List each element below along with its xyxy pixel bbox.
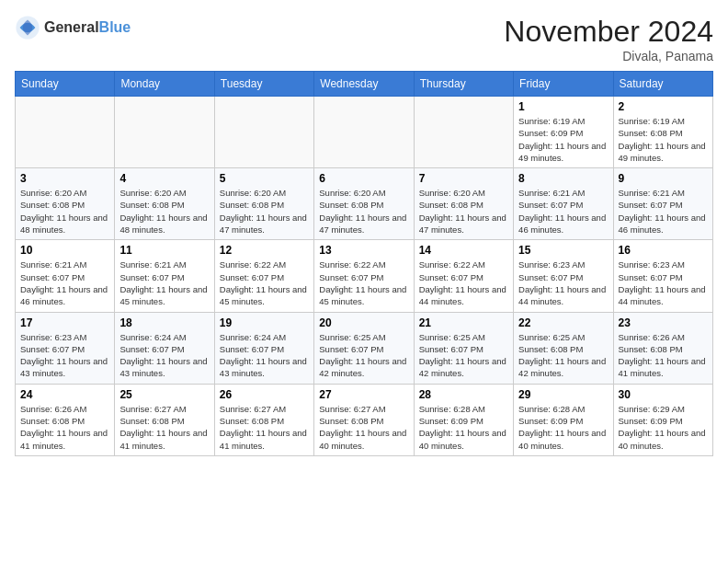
day-number: 18 [119, 316, 209, 329]
day-info: Sunrise: 6:23 AMSunset: 6:07 PMDaylight:… [20, 331, 109, 380]
table-row: 26Sunrise: 6:27 AMSunset: 6:08 PMDayligh… [214, 384, 313, 455]
calendar-header-row: Sunday Monday Tuesday Wednesday Thursday… [16, 72, 713, 97]
table-row [115, 97, 214, 168]
day-number: 2 [619, 100, 708, 113]
day-number: 17 [20, 316, 109, 329]
col-friday: Friday [514, 72, 613, 97]
logo-general: General [44, 19, 99, 35]
table-row [16, 97, 115, 168]
calendar-week-row: 17Sunrise: 6:23 AMSunset: 6:07 PMDayligh… [16, 312, 713, 384]
col-thursday: Thursday [414, 72, 513, 97]
day-number: 19 [220, 316, 309, 329]
day-info: Sunrise: 6:25 AMSunset: 6:08 PMDaylight:… [518, 331, 608, 380]
day-number: 24 [20, 388, 109, 401]
day-info: Sunrise: 6:26 AMSunset: 6:08 PMDaylight:… [619, 331, 708, 380]
day-info: Sunrise: 6:27 AMSunset: 6:08 PMDaylight:… [220, 403, 309, 452]
day-info: Sunrise: 6:28 AMSunset: 6:09 PMDaylight:… [419, 403, 508, 452]
table-row: 7Sunrise: 6:20 AMSunset: 6:08 PMDaylight… [414, 168, 513, 240]
table-row: 4Sunrise: 6:20 AMSunset: 6:08 PMDaylight… [115, 168, 214, 240]
day-number: 12 [220, 244, 309, 257]
day-info: Sunrise: 6:28 AMSunset: 6:09 PMDaylight:… [518, 403, 608, 452]
table-row: 24Sunrise: 6:26 AMSunset: 6:08 PMDayligh… [16, 384, 115, 455]
table-row: 13Sunrise: 6:22 AMSunset: 6:07 PMDayligh… [314, 240, 414, 312]
table-row: 29Sunrise: 6:28 AMSunset: 6:09 PMDayligh… [514, 384, 613, 455]
logo: GeneralBlue [15, 15, 131, 40]
day-number: 30 [619, 388, 708, 401]
day-info: Sunrise: 6:19 AMSunset: 6:09 PMDaylight:… [518, 115, 608, 164]
table-row: 9Sunrise: 6:21 AMSunset: 6:07 PMDaylight… [613, 168, 712, 240]
table-row: 6Sunrise: 6:20 AMSunset: 6:08 PMDaylight… [314, 168, 414, 240]
day-number: 11 [119, 244, 209, 257]
table-row [214, 97, 313, 168]
col-wednesday: Wednesday [314, 72, 414, 97]
table-row: 25Sunrise: 6:27 AMSunset: 6:08 PMDayligh… [115, 384, 214, 455]
day-number: 16 [619, 244, 708, 257]
table-row: 18Sunrise: 6:24 AMSunset: 6:07 PMDayligh… [115, 312, 214, 384]
col-sunday: Sunday [16, 72, 115, 97]
table-row: 23Sunrise: 6:26 AMSunset: 6:08 PMDayligh… [613, 312, 712, 384]
day-info: Sunrise: 6:20 AMSunset: 6:08 PMDaylight:… [20, 187, 109, 236]
day-number: 13 [319, 244, 408, 257]
table-row: 17Sunrise: 6:23 AMSunset: 6:07 PMDayligh… [16, 312, 115, 384]
day-number: 20 [319, 316, 408, 329]
logo-icon [15, 15, 40, 40]
day-info: Sunrise: 6:25 AMSunset: 6:07 PMDaylight:… [319, 331, 408, 380]
day-number: 22 [518, 316, 608, 329]
month-title: November 2024 [504, 15, 713, 49]
day-number: 23 [619, 316, 708, 329]
day-info: Sunrise: 6:22 AMSunset: 6:07 PMDaylight:… [220, 259, 309, 307]
table-row: 10Sunrise: 6:21 AMSunset: 6:07 PMDayligh… [16, 240, 115, 312]
day-info: Sunrise: 6:20 AMSunset: 6:08 PMDaylight:… [319, 187, 408, 236]
table-row: 28Sunrise: 6:28 AMSunset: 6:09 PMDayligh… [414, 384, 513, 455]
col-saturday: Saturday [613, 72, 712, 97]
day-number: 7 [419, 172, 508, 185]
day-info: Sunrise: 6:21 AMSunset: 6:07 PMDaylight:… [119, 259, 209, 307]
col-tuesday: Tuesday [214, 72, 313, 97]
day-info: Sunrise: 6:22 AMSunset: 6:07 PMDaylight:… [419, 259, 508, 307]
day-number: 27 [319, 388, 408, 401]
table-row: 15Sunrise: 6:23 AMSunset: 6:07 PMDayligh… [514, 240, 613, 312]
day-info: Sunrise: 6:20 AMSunset: 6:08 PMDaylight:… [419, 187, 508, 236]
location-label: Divala, Panama [504, 49, 713, 63]
day-info: Sunrise: 6:23 AMSunset: 6:07 PMDaylight:… [518, 259, 608, 307]
day-number: 4 [119, 172, 209, 185]
table-row: 21Sunrise: 6:25 AMSunset: 6:07 PMDayligh… [414, 312, 513, 384]
day-info: Sunrise: 6:27 AMSunset: 6:08 PMDaylight:… [119, 403, 209, 452]
day-number: 6 [319, 172, 408, 185]
calendar-table: Sunday Monday Tuesday Wednesday Thursday… [15, 71, 713, 456]
table-row: 14Sunrise: 6:22 AMSunset: 6:07 PMDayligh… [414, 240, 513, 312]
calendar-week-row: 3Sunrise: 6:20 AMSunset: 6:08 PMDaylight… [16, 168, 713, 240]
day-number: 10 [20, 244, 109, 257]
table-row: 3Sunrise: 6:20 AMSunset: 6:08 PMDaylight… [16, 168, 115, 240]
table-row [314, 97, 414, 168]
day-number: 9 [619, 172, 708, 185]
day-info: Sunrise: 6:19 AMSunset: 6:08 PMDaylight:… [619, 115, 708, 164]
table-row: 2Sunrise: 6:19 AMSunset: 6:08 PMDaylight… [613, 97, 712, 168]
table-row: 16Sunrise: 6:23 AMSunset: 6:07 PMDayligh… [613, 240, 712, 312]
table-row [414, 97, 513, 168]
day-info: Sunrise: 6:20 AMSunset: 6:08 PMDaylight:… [220, 187, 309, 236]
table-row: 5Sunrise: 6:20 AMSunset: 6:08 PMDaylight… [214, 168, 313, 240]
day-number: 29 [518, 388, 608, 401]
table-row: 11Sunrise: 6:21 AMSunset: 6:07 PMDayligh… [115, 240, 214, 312]
col-monday: Monday [115, 72, 214, 97]
day-info: Sunrise: 6:22 AMSunset: 6:07 PMDaylight:… [319, 259, 408, 307]
day-number: 28 [419, 388, 508, 401]
day-info: Sunrise: 6:21 AMSunset: 6:07 PMDaylight:… [619, 187, 708, 236]
day-info: Sunrise: 6:20 AMSunset: 6:08 PMDaylight:… [119, 187, 209, 236]
day-info: Sunrise: 6:24 AMSunset: 6:07 PMDaylight:… [220, 331, 309, 380]
table-row: 27Sunrise: 6:27 AMSunset: 6:08 PMDayligh… [314, 384, 414, 455]
calendar-week-row: 10Sunrise: 6:21 AMSunset: 6:07 PMDayligh… [16, 240, 713, 312]
day-number: 3 [20, 172, 109, 185]
day-number: 1 [518, 100, 608, 113]
table-row: 22Sunrise: 6:25 AMSunset: 6:08 PMDayligh… [514, 312, 613, 384]
table-row: 12Sunrise: 6:22 AMSunset: 6:07 PMDayligh… [214, 240, 313, 312]
day-info: Sunrise: 6:21 AMSunset: 6:07 PMDaylight:… [20, 259, 109, 307]
table-row: 8Sunrise: 6:21 AMSunset: 6:07 PMDaylight… [514, 168, 613, 240]
day-info: Sunrise: 6:27 AMSunset: 6:08 PMDaylight:… [319, 403, 408, 452]
day-info: Sunrise: 6:23 AMSunset: 6:07 PMDaylight:… [619, 259, 708, 307]
day-info: Sunrise: 6:25 AMSunset: 6:07 PMDaylight:… [419, 331, 508, 380]
day-number: 26 [220, 388, 309, 401]
calendar-week-row: 1Sunrise: 6:19 AMSunset: 6:09 PMDaylight… [16, 97, 713, 168]
table-row: 20Sunrise: 6:25 AMSunset: 6:07 PMDayligh… [314, 312, 414, 384]
